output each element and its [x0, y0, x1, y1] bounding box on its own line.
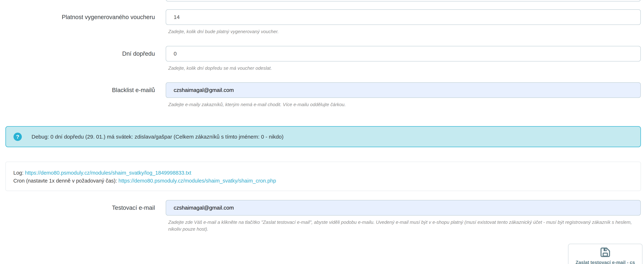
days-ahead-input[interactable]: [166, 46, 641, 62]
blacklist-input-wrap: Zadejte e-maily zakazníků, kterým nemá e…: [166, 82, 641, 108]
form-group-test-email: Testovací e-mail Zadejte zde Váš e-mail …: [0, 200, 644, 232]
debug-alert-text: Debug: 0 dní dopředu (29. 01.) má svátek…: [32, 134, 284, 140]
cron-link[interactable]: https://demo80.psmoduly.cz/modules/shaim…: [118, 178, 276, 184]
voucher-validity-input[interactable]: [166, 9, 641, 25]
log-line: Log: https://demo80.psmoduly.cz/modules/…: [13, 169, 633, 177]
log-label: Log:: [13, 170, 25, 176]
voucher-validity-input-wrap: Zadejte, kolik dní bude platný vygenerov…: [166, 9, 641, 35]
days-ahead-help: Zadejte, kolik dní dopředu se má voucher…: [168, 65, 640, 72]
days-ahead-input-wrap: Zadejte, kolik dní dopředu se má voucher…: [166, 46, 641, 72]
test-email-help: Zadejte zde Váš e-mail a klikněte na tla…: [168, 219, 640, 232]
debug-info-alert: ? Debug: 0 dní dopředu (29. 01.) má svát…: [6, 126, 641, 147]
cron-label: Cron (nastavte 1x denně v požadovaný čas…: [13, 178, 118, 184]
question-mark-icon: ?: [14, 133, 22, 141]
blacklist-help: Zadejte e-maily zakazníků, kterým nemá e…: [168, 101, 640, 108]
test-email-input[interactable]: [166, 200, 641, 216]
cron-line: Cron (nastavte 1x denně v požadovaný čas…: [13, 177, 633, 185]
previous-field-input-partial[interactable]: [166, 0, 641, 2]
form-group-days-ahead: Dní dopředu Zadejte, kolik dní dopředu s…: [0, 46, 644, 72]
send-test-email-button-label: Zaslat testovací e-mail - cs: [576, 260, 635, 264]
voucher-validity-help: Zadejte, kolik dní bude platný vygenerov…: [168, 28, 640, 35]
days-ahead-label: Dní dopředu: [0, 46, 155, 62]
send-test-email-button[interactable]: Zaslat testovací e-mail - cs: [568, 244, 642, 264]
form-group-blacklist: Blacklist e-mailů Zadejte e-maily zakazn…: [0, 82, 644, 108]
blacklist-label: Blacklist e-mailů: [0, 82, 155, 98]
save-icon: [600, 247, 610, 258]
blacklist-input[interactable]: [166, 82, 641, 98]
log-link[interactable]: https://demo80.psmoduly.cz/modules/shaim…: [25, 170, 191, 176]
voucher-validity-label: Platnost vygenerovaného voucheru: [0, 9, 155, 25]
log-cron-panel: Log: https://demo80.psmoduly.cz/modules/…: [6, 162, 641, 191]
test-email-input-wrap: Zadejte zde Váš e-mail a klikněte na tla…: [166, 200, 641, 232]
test-email-label: Testovací e-mail: [0, 200, 155, 216]
form-group-voucher-validity: Platnost vygenerovaného voucheru Zadejte…: [0, 9, 644, 35]
